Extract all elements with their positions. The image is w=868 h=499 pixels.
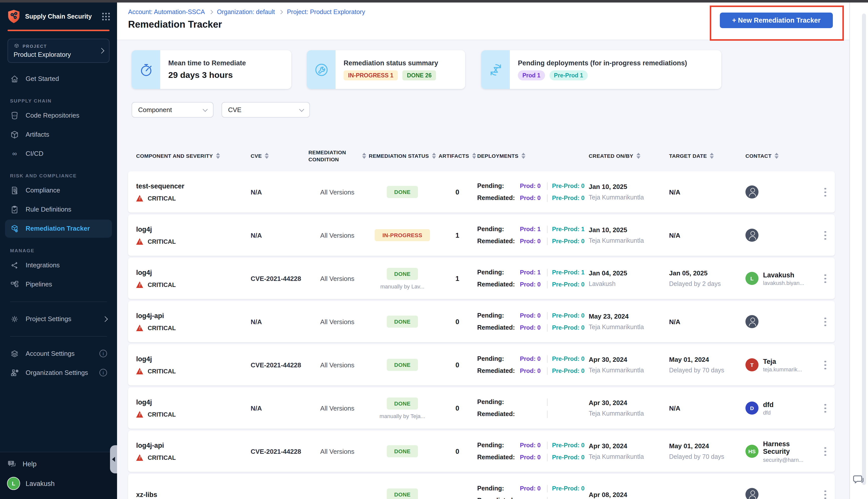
col-remediation-status[interactable]: REMEDIATION STATUS	[367, 152, 437, 159]
sidebar-item-label: Get Started	[26, 75, 59, 82]
user-menu[interactable]: L Lavakush	[7, 477, 110, 490]
sidebar-item-artifacts[interactable]: Artifacts	[5, 125, 112, 144]
pending-preprod-link[interactable]: Pre-Prod: 1	[552, 226, 584, 233]
col-target-date[interactable]: TARGET DATE	[669, 152, 744, 159]
row-actions-menu[interactable]	[821, 444, 829, 459]
breadcrumb-project[interactable]: Project: Product Exploratory	[287, 9, 365, 15]
pending-prod-link[interactable]: Prod: 0	[520, 485, 543, 492]
col-artifacts[interactable]: ARTIFACTS	[438, 152, 476, 159]
contact-cell: HS Harness Security security@harn...	[745, 440, 814, 463]
new-remediation-tracker-button[interactable]: + New Remediation Tracker	[720, 13, 833, 28]
col-cve[interactable]: CVE	[245, 152, 307, 159]
pending-preprod-link[interactable]: Pre-Prod: 0	[552, 183, 584, 190]
sidebar-item-account-settings[interactable]: Account Settings	[5, 344, 112, 363]
created-on-by-cell: Apr 30, 2024 Teja Kummarikuntla	[589, 442, 668, 461]
sidebar-item-project-settings[interactable]: Project Settings	[5, 310, 112, 328]
pending-label: Pending:	[477, 399, 516, 406]
remediated-preprod-link[interactable]: Pre-Prod: 0	[552, 238, 584, 245]
target-date: N/A	[669, 318, 744, 326]
remediated-preprod-link[interactable]: Pre-Prod: 0	[552, 281, 584, 288]
component-filter-select[interactable]: Component	[132, 102, 213, 118]
component-name[interactable]: log4j-api	[136, 312, 244, 320]
sidebar-item-compliance[interactable]: Compliance	[5, 181, 112, 199]
sidebar-item-label: Compliance	[26, 186, 60, 194]
pending-prod-link[interactable]: Prod: 1	[520, 226, 543, 233]
contact-cell	[745, 315, 814, 328]
remediated-prod-link[interactable]: Prod: 0	[520, 368, 543, 375]
svg-text:?: ?	[10, 461, 12, 465]
project-selector[interactable]: PROJECT Product Exploratory	[8, 38, 110, 63]
sidebar-item-integrations[interactable]: Integrations	[5, 256, 112, 274]
component-name[interactable]: log4j	[136, 355, 244, 363]
remediated-prod-link[interactable]: Prod: 0	[520, 454, 543, 461]
pending-prod-link[interactable]: Prod: 0	[520, 312, 543, 319]
pending-preprod-link[interactable]: Pre-Prod: 1	[552, 269, 584, 276]
row-actions-menu[interactable]	[821, 401, 829, 416]
remediated-preprod-link[interactable]: Pre-Prod: 0	[552, 324, 584, 331]
contact-cell	[745, 229, 814, 242]
sort-icon	[216, 153, 220, 159]
row-actions-menu[interactable]	[821, 185, 829, 199]
status-note: manually by Lav...	[380, 283, 424, 290]
row-actions-menu[interactable]	[821, 271, 829, 286]
pending-prod-link[interactable]: Prod: 0	[520, 442, 543, 449]
row-actions-menu[interactable]	[821, 487, 829, 499]
remediated-prod-link[interactable]: Prod: 0	[520, 281, 543, 288]
col-contact[interactable]: CONTACT	[745, 152, 814, 159]
module-grid-icon[interactable]	[102, 13, 110, 21]
component-name[interactable]: log4j-api	[136, 442, 244, 449]
help-button[interactable]: ? Help	[7, 459, 110, 469]
critical-warning-icon	[136, 411, 144, 418]
remediated-label: Remediated:	[477, 454, 516, 461]
breadcrumb-organization[interactable]: Organization: default	[217, 9, 275, 15]
pending-label: Pending:	[477, 269, 516, 276]
sidebar-item-organization-settings[interactable]: Organization Settings	[5, 364, 112, 382]
sidebar-item-ci-cd[interactable]: ∞ CI/CD	[5, 145, 112, 162]
pending-prod-link[interactable]: Prod: 0	[520, 355, 543, 363]
cve-filter-select[interactable]: CVE	[222, 102, 310, 118]
pending-preprod-link[interactable]: Pre-Prod: 0	[552, 485, 584, 492]
chevron-right-icon	[209, 10, 213, 14]
remediated-prod-link[interactable]: Prod: 0	[520, 238, 543, 245]
col-deployments[interactable]: DEPLOYMENTS	[477, 152, 588, 159]
sidebar-item-pipelines[interactable]: Pipelines	[5, 275, 112, 293]
remediated-prod-link[interactable]: Prod: 0	[520, 324, 543, 331]
table-row: log4j CRITICAL N/A All Versions DONE man…	[128, 388, 835, 429]
row-actions-menu[interactable]	[821, 357, 829, 373]
sidebar-item-code-repositories[interactable]: </> Code Repositories	[5, 106, 112, 124]
chevron-right-icon	[99, 48, 104, 53]
vertical-scrollbar[interactable]	[862, 14, 866, 485]
sidebar-item-remediation-tracker[interactable]: Remediation Tracker	[5, 219, 112, 238]
pending-preprod-link[interactable]: Pre-Prod: 0	[552, 442, 584, 449]
sidebar-collapse-handle[interactable]	[110, 445, 117, 473]
col-created-on-by[interactable]: CREATED ON/BY	[589, 152, 668, 159]
pending-prod-link[interactable]: Prod: 0	[520, 183, 543, 190]
remediated-preprod-link[interactable]: Pre-Prod: 0	[552, 454, 584, 461]
info-icon[interactable]	[99, 369, 107, 376]
component-name[interactable]: log4j	[136, 269, 244, 276]
col-remediation-condition[interactable]: REMEDIATION CONDITION	[308, 149, 366, 163]
remediated-preprod-link[interactable]: Pre-Prod: 0	[552, 368, 584, 375]
target-date-cell: May 01, 2024 Delayed by 70 days	[669, 356, 744, 374]
component-name[interactable]: log4j	[136, 226, 244, 233]
component-name[interactable]: xz-libs	[136, 491, 244, 499]
breadcrumb-account[interactable]: Account: Automation-SSCA	[128, 9, 205, 15]
pending-preprod-link[interactable]: Pre-Prod: 0	[552, 355, 584, 363]
sidebar-item-get-started[interactable]: Get Started	[5, 70, 112, 88]
sort-icon	[265, 153, 269, 159]
row-actions-menu[interactable]	[821, 228, 829, 243]
chat-widget-icon[interactable]	[852, 473, 865, 486]
pending-preprod-link[interactable]: Pre-Prod: 0	[552, 312, 584, 319]
remediated-prod-link[interactable]: Prod: 0	[520, 195, 543, 202]
sidebar-item-rule-definitions[interactable]: Rule Definitions	[5, 200, 112, 218]
pending-prod-link[interactable]: Prod: 1	[520, 269, 543, 276]
info-icon[interactable]	[99, 350, 107, 357]
remediated-preprod-link[interactable]: Pre-Prod: 0	[552, 195, 584, 202]
row-actions-menu[interactable]	[821, 314, 829, 329]
component-name[interactable]: log4j	[136, 399, 244, 406]
contact-avatar	[745, 186, 758, 199]
severity-badge: CRITICAL	[136, 325, 244, 332]
col-component-severity[interactable]: COMPONENT AND SEVERITY	[136, 152, 244, 159]
target-delay-note: Delayed by 70 days	[669, 453, 744, 461]
component-name[interactable]: test-sequencer	[136, 182, 244, 190]
